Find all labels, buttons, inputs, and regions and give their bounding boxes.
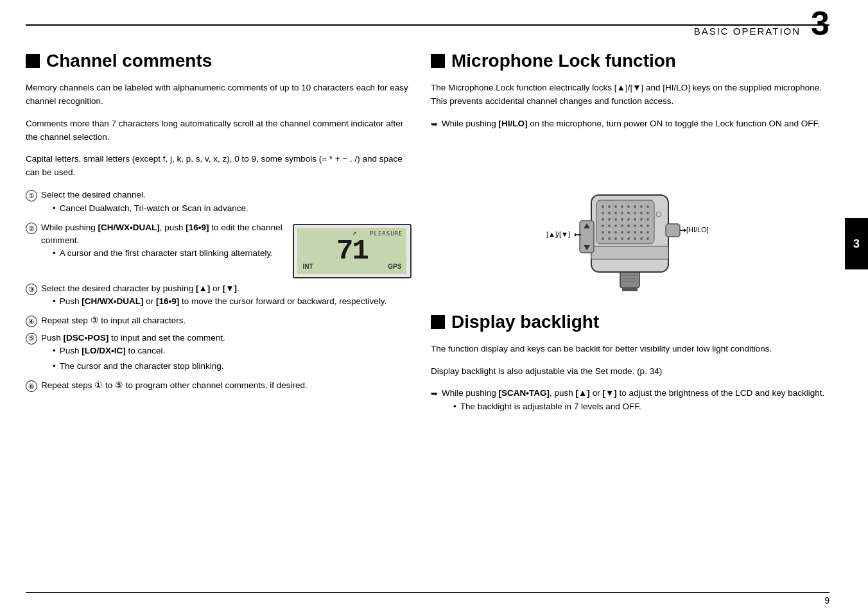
step-2-bold1: [CH/WX•DUAL] [98, 223, 160, 232]
bottom-rule [26, 592, 829, 593]
side-tab-text: 3 [853, 237, 860, 251]
svg-point-39 [647, 225, 649, 227]
lcd-label-int: INT [302, 262, 313, 271]
step-5-bold1: [DSC•POS] [64, 333, 109, 343]
page-container: BASIC OPERATION 3 3 9 Channel comments M… [0, 0, 868, 612]
svg-point-35 [621, 225, 623, 227]
svg-point-17 [608, 212, 611, 214]
step-2-main: While pushing [CH/WX•DUAL], push [16•9] … [41, 223, 282, 245]
svg-point-25 [608, 218, 611, 221]
step-3-num: ③ [26, 284, 37, 295]
bullet-dot: • [53, 202, 56, 215]
mic-lock-para1: The Microphone Lock function electricall… [431, 81, 829, 108]
svg-point-31 [647, 218, 649, 221]
svg-point-28 [627, 218, 630, 221]
lcd-number: 71 [336, 237, 368, 265]
mic-lock-note: ➥ While pushing [HI/LO] on the microphon… [431, 117, 829, 131]
step-5-num: ⑤ [26, 333, 37, 344]
svg-marker-64 [575, 233, 577, 237]
step-2-bold2: [16•9] [186, 223, 209, 232]
svg-point-27 [621, 218, 623, 221]
backlight-bold2: [▲] [576, 388, 590, 398]
step-4-num: ④ [26, 316, 37, 327]
display-backlight-section: Display backlight The function display a… [431, 312, 829, 416]
mic-lock-title: Microphone Lock function [451, 51, 676, 71]
svg-rect-1 [622, 288, 638, 291]
channel-comments-para1: Memory channels can be labeled with alph… [26, 81, 412, 108]
svg-point-34 [614, 225, 617, 227]
step-1-sub: • Cancel Dualwatch, Tri-watch or Scan in… [53, 202, 412, 215]
svg-point-20 [627, 212, 630, 214]
svg-point-38 [640, 225, 643, 227]
svg-point-19 [621, 212, 623, 214]
step-1-text: Select the desired channel. • Cancel Dua… [41, 189, 412, 217]
svg-point-37 [634, 225, 636, 227]
display-backlight-para2: Display backlight is also adjustable via… [431, 365, 829, 378]
step-6-body: Repeat steps ① to ⑤ to program other cha… [41, 380, 308, 390]
display-backlight-icon [431, 315, 445, 329]
svg-point-8 [602, 205, 604, 208]
mic-svg-wrapper: [▲]/[▼] [HI/LO] [527, 144, 733, 293]
svg-point-13 [634, 205, 636, 208]
step-2-text: While pushing [CH/WX•DUAL], push [16•9] … [41, 221, 412, 278]
mic-lock-bold: [HI/LO] [499, 119, 528, 128]
right-column: Microphone Lock function The Microphone … [431, 38, 829, 580]
step-4-text: Repeat step ③ to input all characters. [41, 314, 412, 327]
step-2-sub: • A cursor and the first character start… [53, 247, 286, 260]
display-backlight-heading: Display backlight [431, 312, 829, 332]
svg-point-16 [602, 212, 604, 214]
svg-point-41 [608, 231, 611, 234]
step-5-sub2-text: The cursor and the character stop blinki… [60, 360, 224, 373]
svg-rect-61 [666, 224, 680, 237]
step-3-sub-text: Push [CH/WX•DUAL] or [16•9] to move the … [60, 295, 387, 308]
mic-lock-heading: Microphone Lock function [431, 51, 829, 71]
backlight-note-text: While pushing [SCAN•TAG], push [▲] or [▼… [442, 387, 824, 416]
bullet-dot-3: • [53, 295, 56, 308]
step-5-sub1-text: Push [LO/DX•IC] to cancel. [60, 344, 166, 357]
svg-point-12 [627, 205, 630, 208]
step-5-sub2: • The cursor and the character stop blin… [53, 360, 412, 373]
display-backlight-title: Display backlight [451, 312, 599, 332]
mic-lock-note-text: While pushing [HI/LO] on the microphone,… [442, 117, 820, 131]
svg-point-10 [614, 205, 617, 208]
svg-point-24 [602, 218, 604, 221]
header-chapter: 3 [811, 6, 829, 40]
step-3-bold2: [▼] [223, 284, 237, 293]
svg-point-50 [614, 237, 617, 240]
svg-rect-56 [591, 246, 668, 259]
svg-point-18 [614, 212, 617, 214]
step-1-num: ① [26, 190, 37, 201]
svg-point-21 [634, 212, 636, 214]
mic-image-container: [▲]/[▼] [HI/LO] [431, 144, 829, 293]
step-5: ⑤ Push [DSC•POS] to input and set the co… [26, 332, 412, 376]
svg-point-15 [647, 205, 649, 208]
chapter-side-tab: 3 [845, 218, 868, 269]
svg-point-36 [627, 225, 630, 227]
backlight-bold3: [▼] [602, 388, 616, 398]
step-2: ② While pushing [CH/WX•DUAL], push [16•9… [26, 221, 412, 278]
svg-text:[HI/LO]: [HI/LO] [686, 226, 709, 234]
step-3: ③ Select the desired character by pushin… [26, 282, 412, 311]
step-4-body: Repeat step ③ to input all characters. [41, 316, 186, 325]
backlight-sub-text: The backlight is adjustable in 7 levels … [460, 400, 641, 413]
bullet-dot-2: • [53, 247, 56, 260]
step-4: ④ Repeat step ③ to input all characters. [26, 314, 412, 327]
lcd-display: ↗ PLEASURE 71 INT GPS [293, 224, 412, 278]
page-number: 9 [824, 595, 829, 606]
svg-point-30 [640, 218, 643, 221]
mic-lock-icon [431, 54, 445, 68]
mic-lock-arrow-sym: ➥ [431, 118, 438, 131]
lcd-label-gps: GPS [388, 262, 401, 271]
section-icon [26, 54, 40, 68]
step-3-bold1: [▲] [196, 284, 210, 293]
step-2-body: While pushing [CH/WX•DUAL], push [16•9] … [41, 221, 286, 263]
step-6-text: Repeat steps ① to ⑤ to program other cha… [41, 379, 412, 392]
lcd-top-text: PLEASURE [370, 230, 403, 239]
svg-point-46 [640, 231, 643, 234]
step-3-body: Select the desired character by pushing … [41, 284, 239, 293]
backlight-bold1: [SCAN•TAG] [499, 388, 550, 398]
channel-comments-heading: Channel comments [26, 51, 412, 71]
svg-text:[▲]/[▼]: [▲]/[▼] [546, 230, 570, 238]
step-2-sub-text: A cursor and the first character start b… [60, 247, 273, 260]
step-1: ① Select the desired channel. • Cancel D… [26, 189, 412, 217]
